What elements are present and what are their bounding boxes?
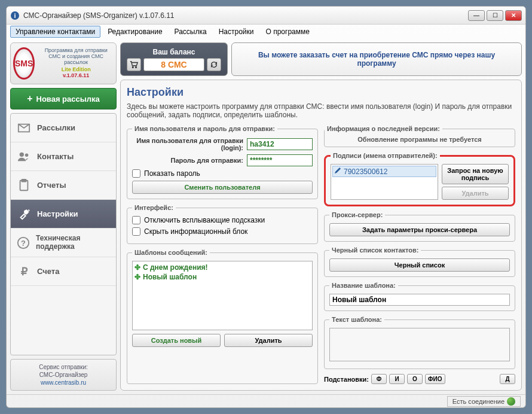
menu-edit[interactable]: Редактирование	[103, 26, 167, 37]
nav-label: Техническая поддержка	[36, 235, 110, 250]
subst-o-button[interactable]: О	[407, 374, 423, 384]
svg-point-3	[25, 153, 29, 157]
sms-logo-icon: SMS	[13, 47, 35, 80]
login-input[interactable]	[247, 138, 313, 150]
delete-signature-button[interactable]: Удалить	[442, 187, 509, 200]
version-fieldset: Информация о последней версии: Обновлени…	[324, 125, 515, 147]
statusbar: Есть соединение	[7, 394, 525, 407]
pencil-icon	[334, 167, 341, 176]
template-item[interactable]: ✤ С днем рождения!	[134, 263, 311, 272]
nav-contacts[interactable]: Контакты	[11, 142, 116, 171]
signatures-list[interactable]: 79023500612	[331, 164, 438, 200]
proxy-legend: Прокси-сервер:	[329, 211, 385, 218]
change-user-button[interactable]: Сменить пользователя	[132, 181, 313, 194]
balance-label: Ваш баланс	[153, 48, 195, 56]
template-item-label: Новый шаблон	[143, 273, 197, 281]
signatures-fieldset: Подписи (имена отправителей): 7902350061…	[324, 152, 515, 206]
ui-legend: Интерфейс:	[132, 204, 176, 211]
globe-icon	[507, 397, 515, 406]
proxy-settings-button[interactable]: Задать параметры прокси-сервера	[329, 223, 510, 236]
subst-d-button[interactable]: Д	[500, 374, 515, 384]
new-campaign-button[interactable]: + Новая рассылка	[10, 88, 117, 109]
nav-settings[interactable]: Настройки	[11, 200, 116, 229]
nav-support[interactable]: ? Техническая поддержка	[11, 229, 116, 257]
nav-invoices[interactable]: ₽ Счета	[11, 257, 116, 286]
envelope-icon	[17, 121, 31, 135]
template-text-input[interactable]	[329, 328, 510, 361]
proxy-fieldset: Прокси-сервер: Задать параметры прокси-с…	[324, 211, 515, 242]
tpl-text-fieldset: Текст шаблона:	[324, 316, 515, 369]
templates-list[interactable]: ✤ С днем рождения! ✤ Новый шаблон	[132, 261, 313, 330]
maximize-button[interactable]: ☐	[487, 10, 503, 21]
hide-info-checkbox[interactable]	[132, 227, 140, 236]
menu-send[interactable]: Рассылка	[170, 26, 212, 37]
svg-point-6	[24, 209, 28, 214]
disable-tips-checkbox[interactable]	[132, 216, 140, 224]
titlebar: i СМС-Органайзер (SMS-Organizer) v.1.07.…	[7, 7, 525, 25]
interface-fieldset: Интерфейс: Отключить всплывающие подсказ…	[127, 204, 318, 244]
menu-about[interactable]: О программе	[261, 26, 314, 37]
svg-text:?: ?	[21, 238, 26, 247]
svg-point-10	[133, 66, 134, 68]
minimize-button[interactable]: —	[468, 10, 485, 21]
svg-point-2	[20, 152, 24, 156]
app-icon: i	[10, 11, 20, 20]
tpl-text-legend: Текст шаблона:	[329, 316, 384, 323]
show-password-checkbox[interactable]	[132, 169, 140, 178]
tpl-name-fieldset: Название шаблона:	[324, 282, 515, 311]
svg-rect-5	[22, 179, 26, 181]
svg-text:₽: ₽	[21, 265, 28, 278]
service-link[interactable]: www.centrasib.ru	[41, 379, 86, 386]
request-signature-button[interactable]: Запрос на новую подпись	[442, 164, 509, 184]
disable-tips-label: Отключить всплывающие подсказки	[144, 216, 265, 224]
logo-card: SMS Программа для отправки СМС и создани…	[10, 42, 117, 84]
subst-fio-button[interactable]: ФИО	[425, 374, 445, 384]
version-legend: Информация о последней версии:	[325, 125, 442, 132]
service-l2: СМС-Органайзер	[14, 371, 112, 379]
show-password-label: Показать пароль	[144, 169, 200, 178]
menu-contacts[interactable]: Управление контактами	[10, 26, 100, 38]
template-item[interactable]: ✤ Новый шаблон	[134, 272, 311, 282]
template-item-label: С днем рождения!	[143, 263, 208, 272]
signature-item[interactable]: 79023500612	[332, 166, 436, 177]
connection-status: Есть соединение	[447, 396, 521, 407]
creds-legend: Имя пользователя и пароль для отправки:	[132, 125, 277, 132]
cart-button[interactable]	[127, 58, 141, 71]
version-text: Обновление программы не требуется	[325, 132, 515, 147]
puzzle-icon: ✤	[134, 263, 140, 272]
refresh-button[interactable]	[207, 58, 221, 71]
plug-icon	[17, 207, 31, 221]
password-input[interactable]	[247, 154, 313, 166]
clipboard-icon	[17, 178, 31, 193]
menu-settings[interactable]: Настройки	[214, 26, 259, 37]
substitutions-row: Подстановки: Ф И О ФИО Д	[324, 374, 515, 384]
signature-value: 79023500612	[344, 168, 387, 176]
signatures-legend: Подписи (имена отправителей):	[331, 152, 440, 159]
logo-desc: Программа для отправки СМС и создания СМ…	[38, 48, 114, 66]
order-text: Вы можете заказать счет на приобретение …	[244, 51, 509, 68]
subst-f-button[interactable]: Ф	[371, 374, 387, 384]
order-banner[interactable]: Вы можете заказать счет на приобретение …	[231, 42, 522, 76]
template-name-input[interactable]	[329, 294, 510, 306]
templates-legend: Шаблоны сообщений:	[132, 249, 210, 256]
connection-label: Есть соединение	[452, 398, 505, 405]
nav-label: Настройки	[37, 209, 78, 218]
svg-point-11	[136, 66, 137, 68]
subst-i-button[interactable]: И	[389, 374, 405, 384]
page-title: Настройки	[127, 86, 515, 99]
nav-label: Отчеты	[37, 181, 66, 190]
nav-campaigns[interactable]: Рассылки	[11, 114, 116, 142]
balance-card: Ваш баланс 8 СМС	[120, 42, 228, 76]
nav-reports[interactable]: Отчеты	[11, 171, 116, 200]
svg-text:i: i	[14, 12, 16, 19]
create-template-button[interactable]: Создать новый	[132, 334, 221, 347]
page-desc: Здесь вы можете настроить программу для …	[127, 102, 515, 119]
app-window: i СМС-Органайзер (SMS-Organizer) v.1.07.…	[6, 6, 526, 408]
logo-version: v.1.07.6.11	[38, 73, 114, 79]
question-icon: ?	[17, 236, 30, 250]
delete-template-button[interactable]: Удалить	[224, 334, 313, 347]
blacklist-button[interactable]: Черный список	[329, 258, 510, 272]
blacklist-fieldset: Черный список контактов: Черный список	[324, 246, 515, 277]
close-button[interactable]: ✕	[505, 10, 522, 21]
credentials-fieldset: Имя пользователя и пароль для отправки: …	[127, 125, 318, 199]
